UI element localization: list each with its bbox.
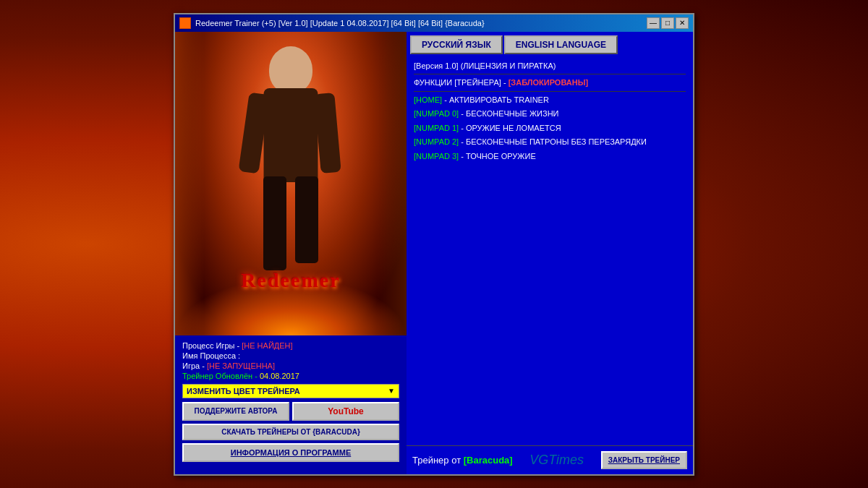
process-status: [НЕ НАЙДЕН]	[242, 341, 292, 350]
close-trainer-button[interactable]: ЗАКРЫТЬ ТРЕЙНЕР	[601, 451, 687, 469]
game-label: Игра -	[182, 361, 205, 370]
color-dropdown[interactable]: ИЗМЕНИТЬ ЦВЕТ ТРЕЙНЕРА ▼	[182, 384, 399, 398]
update-date: 04.08.2017	[260, 372, 299, 380]
support-author-button[interactable]: ПОДДЕРЖИТЕ АВТОРА	[182, 402, 289, 421]
hotkey-2: [NUMPAD 1] - ОРУЖИЕ НЕ ЛОМАЕТСЯ	[414, 122, 686, 134]
action-numpad3: - ТОЧНОЕ ОРУЖИЕ	[461, 152, 536, 160]
app-icon	[179, 17, 191, 29]
separator2	[414, 91, 686, 92]
key-home: [HOME]	[414, 95, 442, 104]
key-numpad2: [NUMPAD 2]	[414, 137, 459, 146]
game-status-line: Игра - [НЕ ЗАПУЩЕННА]	[182, 361, 399, 370]
youtube-button[interactable]: YouTube	[292, 402, 399, 421]
close-button[interactable]: ✕	[676, 17, 689, 29]
color-dropdown-label: ИЗМЕНИТЬ ЦВЕТ ТРЕЙНЕРА	[187, 387, 300, 395]
char-leg-left	[263, 176, 286, 270]
hotkey-0: [HOME] - АКТИВИРОВАТЬ TRAINER	[414, 94, 686, 106]
hotkey-4: [NUMPAD 3] - ТОЧНОЕ ОРУЖИЕ	[414, 150, 686, 163]
action-numpad2: - БЕСКОНЕЧНЫЕ ПАТРОНЫ БЕЗ ПЕРЕЗАРЯДКИ	[461, 137, 647, 146]
action-numpad1: - ОРУЖИЕ НЕ ЛОМАЕТСЯ	[461, 124, 561, 132]
name-label: Имя Процесса :	[182, 351, 240, 360]
buttons-row-1: ПОДДЕРЖИТЕ АВТОРА YouTube	[182, 402, 399, 421]
maximize-button[interactable]: □	[661, 17, 674, 29]
window-title: Redeemer Trainer (+5) [Ver 1.0] [Update …	[195, 19, 647, 27]
tab-english[interactable]: ENGLISH LANGUAGE	[504, 35, 618, 54]
game-status: [НЕ ЗАПУЩЕННА]	[207, 361, 275, 370]
program-info-button[interactable]: ИНФОРМАЦИЯ О ПРОГРАММЕ	[182, 443, 399, 462]
vgtimes-logo: VGTimes	[529, 453, 584, 468]
process-label: Процесс Игры -	[182, 341, 239, 350]
update-line: Трейнер Обновлён - 04.08.2017	[182, 372, 399, 380]
minimize-button[interactable]: —	[647, 17, 660, 29]
functions-line: ФУНКЦИИ [ТРЕЙНЕРА] - [ЗАБЛОКИРОВАНЫ]	[414, 77, 686, 89]
character-silhouette	[226, 39, 356, 292]
info-area: [Версия 1.0] (ЛИЦЕНЗИЯ И ПИРАТКА) ФУНКЦИ…	[407, 54, 693, 445]
titlebar: Redeemer Trainer (+5) [Ver 1.0] [Update …	[175, 14, 693, 32]
right-panel: РУССКИЙ ЯЗЫК ENGLISH LANGUAGE [Версия 1.…	[407, 32, 693, 474]
left-panel: Redeemer Процесс Игры - [НЕ НАЙДЕН] Имя …	[175, 32, 407, 474]
char-body	[264, 88, 318, 182]
brand-name: [Baracuda]	[464, 455, 513, 466]
trainer-by-label: Трейнер от	[412, 455, 461, 466]
process-name-line: Имя Процесса :	[182, 351, 399, 360]
hotkey-3: [NUMPAD 2] - БЕСКОНЕЧНЫЕ ПАТРОНЫ БЕЗ ПЕР…	[414, 136, 686, 148]
key-numpad0: [NUMPAD 0]	[414, 109, 459, 118]
tab-russian[interactable]: РУССКИЙ ЯЗЫК	[410, 35, 503, 54]
game-image: Redeemer	[175, 32, 407, 335]
status-area: Процесс Игры - [НЕ НАЙДЕН] Имя Процесса …	[175, 335, 407, 474]
hotkey-1: [NUMPAD 0] - БЕСКОНЕЧНЫЕ ЖИЗНИ	[414, 108, 686, 120]
version-line: [Версия 1.0] (ЛИЦЕНЗИЯ И ПИРАТКА)	[414, 60, 686, 72]
main-content: Redeemer Процесс Игры - [НЕ НАЙДЕН] Имя …	[175, 32, 693, 474]
action-home: - АКТИВИРОВАТЬ TRAINER	[444, 95, 549, 104]
update-label: Трейнер Обновлён -	[182, 372, 258, 380]
action-numpad0: - БЕСКОНЕЧНЫЕ ЖИЗНИ	[461, 109, 558, 118]
titlebar-buttons: — □ ✕	[647, 17, 689, 29]
char-arm-right	[314, 92, 341, 173]
functions-label: ФУНКЦИИ [ТРЕЙНЕРА] -	[414, 78, 506, 87]
process-status-line: Процесс Игры - [НЕ НАЙДЕН]	[182, 341, 399, 350]
lang-tabs: РУССКИЙ ЯЗЫК ENGLISH LANGUAGE	[407, 32, 693, 54]
char-leg-right	[295, 176, 318, 263]
key-numpad1: [NUMPAD 1]	[414, 124, 459, 132]
outer-background: Redeemer Trainer (+5) [Ver 1.0] [Update …	[0, 0, 868, 488]
trainer-by: Трейнер от [Baracuda]	[412, 455, 513, 466]
main-window: Redeemer Trainer (+5) [Ver 1.0] [Update …	[174, 13, 694, 476]
version-text: [Версия 1.0] (ЛИЦЕНЗИЯ И ПИРАТКА)	[414, 61, 556, 70]
bottom-bar: Трейнер от [Baracuda] VGTimes ЗАКРЫТЬ ТР…	[407, 445, 693, 474]
char-head	[269, 46, 312, 93]
game-logo: Redeemer	[241, 269, 340, 292]
functions-status: [ЗАБЛОКИРОВАНЫ]	[509, 78, 589, 87]
download-trainers-button[interactable]: СКАЧАТЬ ТРЕЙНЕРЫ ОТ {BARACUDA}	[182, 424, 399, 440]
hotkeys-list: [HOME] - АКТИВИРОВАТЬ TRAINER [NUMPAD 0]…	[414, 94, 686, 163]
key-numpad3: [NUMPAD 3]	[414, 152, 459, 160]
dropdown-arrow-icon: ▼	[388, 387, 395, 395]
separator	[414, 74, 686, 74]
